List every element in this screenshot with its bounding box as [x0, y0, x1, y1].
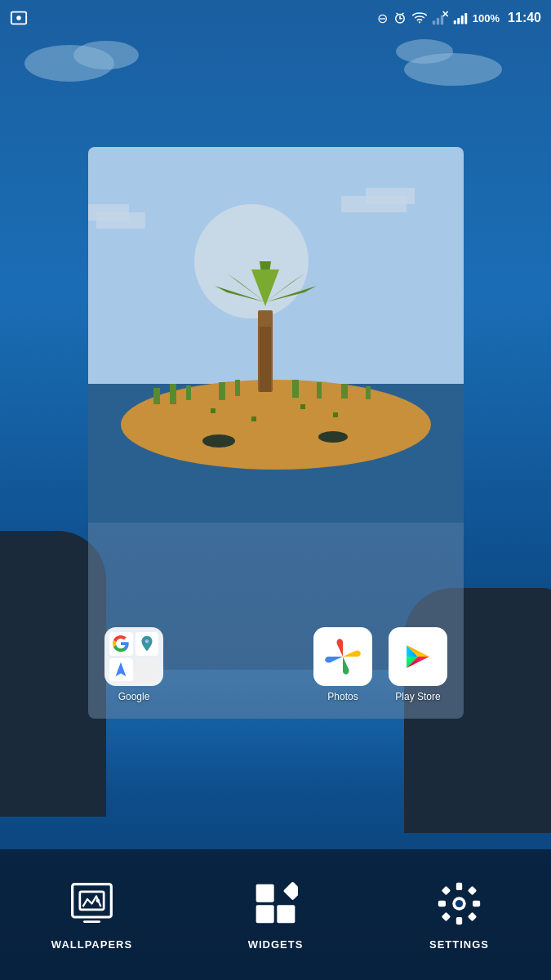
svg-rect-30	[292, 380, 299, 398]
svg-rect-66	[468, 912, 478, 922]
playstore-icon	[397, 635, 439, 678]
app-item-google[interactable]: Google	[104, 627, 163, 702]
svg-rect-13	[454, 20, 456, 24]
settings-label: SETTINGS	[429, 938, 489, 951]
svg-rect-59	[456, 883, 462, 890]
svg-rect-33	[366, 386, 371, 399]
status-left	[10, 9, 28, 27]
svg-rect-32	[341, 384, 348, 399]
signal-icon	[432, 11, 448, 25]
google-folder-icon	[104, 627, 163, 686]
google-g-icon	[109, 632, 133, 656]
svg-rect-31	[317, 382, 322, 399]
svg-line-5	[396, 13, 398, 15]
settings-svg-icon	[437, 881, 482, 926]
photos-label: Photos	[327, 691, 358, 702]
svg-rect-10	[441, 16, 443, 25]
settings-icon	[435, 880, 484, 929]
svg-point-51	[96, 899, 100, 903]
widgets-icon	[251, 880, 300, 929]
svg-rect-27	[186, 385, 191, 400]
svg-rect-14	[457, 18, 460, 24]
dnd-icon: ⊖	[377, 11, 388, 26]
svg-rect-35	[260, 327, 271, 392]
apps-grid: Google Photos	[88, 627, 464, 702]
toolbar-item-widgets[interactable]: WIDGETS	[184, 880, 367, 951]
alarm-icon	[393, 11, 407, 25]
svg-rect-43	[251, 416, 256, 421]
svg-rect-42	[211, 408, 216, 413]
app-item-photos[interactable]: Photos	[313, 627, 372, 702]
toolbar-item-wallpapers[interactable]: WALLPAPERS	[0, 880, 184, 951]
svg-rect-8	[433, 20, 435, 24]
svg-rect-26	[170, 384, 176, 404]
svg-point-24	[121, 380, 431, 470]
svg-rect-44	[300, 404, 305, 409]
cloud-2	[73, 41, 139, 69]
bottom-toolbar: WALLPAPERS WIDGETS	[0, 849, 551, 980]
svg-point-47	[318, 431, 348, 443]
svg-rect-22	[366, 188, 415, 204]
svg-rect-55	[277, 905, 295, 923]
svg-line-6	[402, 13, 403, 15]
svg-rect-64	[468, 886, 478, 896]
playstore-icon-container	[389, 627, 447, 686]
svg-rect-60	[456, 917, 462, 924]
photos-icon-container	[313, 627, 372, 686]
svg-rect-49	[73, 884, 112, 917]
svg-point-46	[202, 434, 235, 448]
svg-rect-45	[333, 412, 338, 417]
pixel-card: Google Photos	[88, 147, 464, 719]
pixel-scene	[88, 147, 464, 523]
widgets-svg-icon	[253, 881, 298, 926]
svg-rect-28	[219, 382, 225, 400]
wifi-icon	[412, 11, 427, 25]
svg-rect-62	[473, 901, 480, 906]
svg-rect-61	[438, 901, 446, 906]
svg-marker-48	[116, 662, 127, 676]
wallpapers-label: WALLPAPERS	[51, 938, 132, 951]
svg-rect-15	[461, 16, 464, 24]
google-label: Google	[118, 691, 150, 702]
svg-rect-20	[88, 204, 129, 220]
svg-rect-25	[153, 388, 160, 404]
pixel-art-illustration	[88, 147, 464, 523]
playstore-label: Play Store	[395, 691, 440, 702]
signal-bars-icon	[453, 11, 468, 25]
svg-rect-65	[442, 912, 451, 922]
cloud-4	[396, 39, 453, 64]
status-right: ⊖ 100	[377, 11, 541, 26]
google-maps-icon	[136, 632, 159, 656]
wallpapers-icon	[68, 880, 117, 929]
svg-rect-53	[256, 884, 274, 902]
screenshot-icon	[10, 9, 28, 27]
app-item-playstore[interactable]: Play Store	[389, 627, 447, 702]
svg-rect-29	[235, 380, 240, 396]
svg-point-58	[455, 900, 463, 907]
svg-rect-16	[464, 13, 467, 24]
svg-rect-56	[283, 881, 298, 900]
svg-rect-63	[442, 886, 451, 896]
svg-point-18	[194, 204, 309, 318]
svg-point-1	[16, 16, 21, 20]
google-nav-icon	[109, 658, 133, 682]
clock: 11:40	[508, 11, 541, 25]
google-extra-icon	[136, 658, 159, 682]
widgets-label: WIDGETS	[248, 938, 304, 951]
wallpapers-svg-icon	[69, 881, 114, 926]
photos-icon	[322, 635, 364, 678]
toolbar-item-settings[interactable]: SETTINGS	[367, 880, 551, 951]
svg-rect-9	[437, 18, 439, 24]
svg-point-7	[419, 21, 420, 23]
svg-rect-54	[256, 905, 274, 923]
status-bar: ⊖ 100	[0, 0, 551, 36]
battery-percentage: 100%	[473, 12, 500, 24]
